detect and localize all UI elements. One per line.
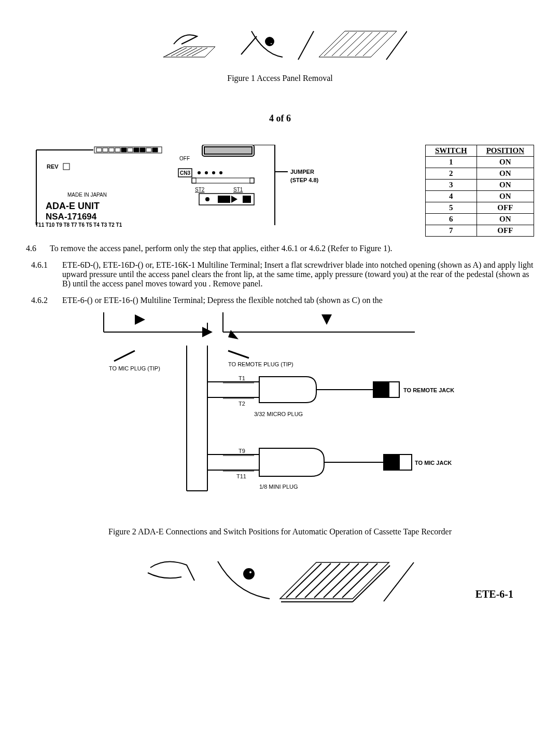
svg-text:REV: REV: [47, 163, 59, 170]
figure1-illustration: [26, 26, 534, 70]
rev-label: REV: [47, 163, 59, 170]
svg-rect-29: [152, 148, 158, 152]
page-number: 4 of 6: [26, 113, 534, 124]
table-row: 1ON: [425, 157, 534, 168]
table-row: 7OFF: [425, 225, 534, 237]
svg-point-37: [198, 171, 201, 174]
svg-rect-24: [121, 148, 127, 152]
svg-point-46: [205, 197, 209, 201]
svg-marker-57: [321, 314, 332, 325]
svg-line-13: [347, 32, 372, 56]
svg-line-11: [332, 32, 357, 56]
to-remote-jack-label: TO REMOTE JACK: [403, 387, 454, 393]
svg-point-39: [212, 171, 215, 174]
svg-rect-47: [218, 196, 230, 203]
svg-line-79: [296, 563, 331, 598]
svg-rect-22: [109, 148, 114, 152]
svg-line-87: [384, 562, 414, 601]
st2-label: ST2: [195, 187, 205, 192]
svg-rect-21: [103, 148, 108, 152]
svg-line-63: [228, 351, 249, 358]
svg-point-6: [265, 37, 274, 46]
t9-label: T9: [239, 448, 245, 454]
section-4-6-1-number: 4.6.1: [26, 260, 62, 288]
model-label: ETE-6-1: [475, 588, 513, 600]
off-label: OFF: [179, 156, 190, 161]
table-row: 3ON: [425, 180, 534, 191]
svg-rect-23: [115, 148, 120, 152]
svg-marker-58: [228, 330, 239, 339]
t1-label: T1: [239, 375, 245, 381]
section-4-6-2-text: ETE-6-() or ETE-16-() Multiline Terminal…: [62, 296, 534, 305]
svg-rect-42: [192, 178, 196, 183]
svg-line-16: [386, 31, 407, 60]
svg-rect-71: [384, 454, 399, 470]
svg-rect-27: [140, 148, 145, 152]
pin-labels: T11 T10 T9 T8 T7 T6 T5 T4 T3 T2 T1: [35, 222, 122, 228]
svg-point-7: [270, 43, 272, 45]
mini-plug-label: 1/8 MINI PLUG: [259, 484, 298, 490]
position-header: POSITION: [477, 145, 534, 157]
to-remote-plug-label: TO REMOTE PLUG (TIP): [228, 361, 293, 367]
ada-e-panel-diagram: OFF REV CN3 JUMPER (STEP 4.8) ST2 ST1 MA…: [26, 145, 413, 230]
svg-rect-49: [243, 196, 251, 203]
cn3-label: CN3: [180, 170, 190, 176]
micro-plug-label: 3/32 MICRO PLUG: [254, 411, 303, 417]
table-row: 2ON: [425, 168, 534, 180]
svg-rect-41: [192, 178, 254, 183]
table-row: 4ON: [425, 191, 534, 202]
section-4-6-2-number: 4.6.2: [26, 296, 62, 305]
wiring-diagram: TO MIC PLUG (TIP) TO REMOTE PLUG (TIP) T…: [26, 309, 534, 508]
st1-label: ST1: [233, 187, 243, 192]
svg-rect-31: [204, 147, 252, 154]
svg-line-14: [355, 32, 380, 56]
made-in-japan: MADE IN JAPAN: [67, 192, 107, 198]
svg-line-62: [114, 351, 135, 361]
to-mic-plug-label: TO MIC PLUG (TIP): [109, 365, 160, 371]
bottom-illustration: ETE-6-1: [26, 552, 534, 616]
svg-rect-25: [128, 148, 133, 152]
svg-line-9: [298, 31, 314, 60]
svg-line-12: [340, 32, 365, 56]
svg-rect-28: [146, 148, 151, 152]
svg-line-81: [314, 563, 349, 598]
svg-line-86: [353, 566, 390, 602]
svg-marker-53: [135, 314, 145, 325]
section-4-6-text: To remove the access panel, perform only…: [50, 244, 534, 253]
svg-rect-67: [373, 382, 389, 397]
switch-position-table: SWITCH POSITION 1ON 2ON 3ON 4ON 5OFF 6ON…: [425, 145, 534, 237]
step-label: (STEP 4.8): [290, 177, 319, 183]
switch-header: SWITCH: [425, 145, 477, 157]
nsa-number: NSA-171694: [46, 212, 97, 222]
ada-e-unit: ADA-E UNIT: [46, 201, 100, 211]
svg-point-77: [249, 571, 252, 574]
svg-rect-43: [250, 178, 254, 183]
svg-rect-20: [96, 148, 102, 152]
table-row: 5OFF: [425, 202, 534, 214]
figure1-caption: Figure 1 Access Panel Removal: [26, 74, 534, 83]
svg-point-76: [244, 569, 254, 579]
section-4-6-number: 4.6: [26, 244, 50, 253]
svg-rect-35: [63, 163, 69, 170]
t2-label: T2: [239, 401, 245, 407]
figure2-caption: Figure 2 ADA-E Connections and Switch Po…: [26, 527, 534, 536]
svg-marker-48: [231, 196, 237, 203]
svg-line-8: [241, 36, 257, 54]
svg-line-82: [324, 563, 359, 598]
svg-line-10: [324, 32, 349, 56]
section-4-6-1-text: ETE-6D-(), ETE-16D-() or, ETE-16K-1 Mult…: [62, 260, 534, 288]
to-mic-jack-label: TO MIC JACK: [415, 460, 452, 466]
svg-line-78: [286, 563, 321, 598]
jumper-label: JUMPER: [290, 169, 314, 175]
table-row: 6ON: [425, 214, 534, 225]
svg-line-84: [342, 563, 377, 598]
t11-label: T11: [236, 473, 246, 479]
svg-point-40: [219, 171, 222, 174]
svg-point-38: [205, 171, 208, 174]
svg-rect-26: [134, 148, 139, 152]
